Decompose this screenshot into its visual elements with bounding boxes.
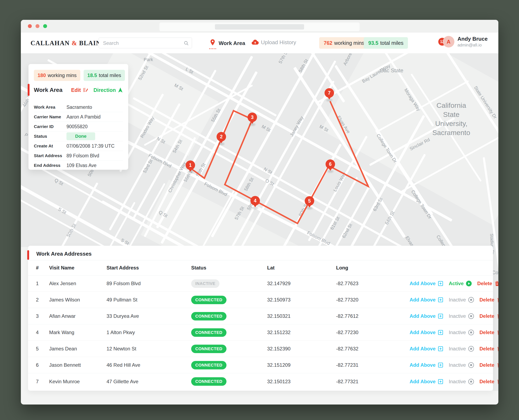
delete-button[interactable]: Delete bbox=[480, 379, 498, 384]
street-label: Park bbox=[144, 57, 153, 62]
row-number: 4 bbox=[36, 330, 49, 335]
user-menu[interactable]: 12 A Andy Bruce admin@afi.io bbox=[438, 36, 488, 47]
trash-icon bbox=[497, 330, 498, 335]
street-label: 57th St bbox=[278, 53, 289, 64]
toggle-state-button[interactable]: Inactive bbox=[449, 329, 474, 336]
row-number: 2 bbox=[36, 297, 49, 303]
card-accent-bar bbox=[28, 84, 30, 96]
app-header: CALLAHAN & BLAINE Work Area Upload Histo… bbox=[21, 33, 498, 53]
status-badge: Done bbox=[67, 132, 95, 140]
play-circle-icon bbox=[466, 280, 472, 287]
map-marker-4[interactable]: 4 bbox=[250, 196, 260, 205]
card-row-end-address: End Address109 Elvas Ave bbox=[34, 161, 123, 170]
stop-circle-icon bbox=[468, 378, 474, 385]
trash-icon bbox=[497, 313, 498, 319]
street-label: Folsom Blvd bbox=[203, 181, 228, 197]
connection-status-badge: CONNECTED bbox=[191, 345, 226, 353]
connection-status-badge: CONNECTED bbox=[191, 328, 226, 337]
map-marker-7[interactable]: 7 bbox=[325, 88, 334, 98]
street-label: Q St bbox=[54, 178, 64, 187]
card-row-status: StatusDone bbox=[34, 132, 123, 141]
delete-button[interactable]: Delete bbox=[480, 297, 498, 303]
map-marker-6[interactable]: 6 bbox=[326, 159, 335, 169]
table-row: 4Mark Wang1 Alton PkwyCONNECTED32.151232… bbox=[28, 324, 493, 341]
delete-button[interactable]: Delete bbox=[480, 313, 498, 319]
table-row: 5James Dean12 Newton StCONNECTED32.15239… bbox=[28, 341, 493, 357]
map-pin-icon bbox=[209, 39, 216, 47]
start-address: 47 Gillette Ave bbox=[106, 379, 191, 384]
add-above-button[interactable]: Add Above bbox=[410, 313, 444, 319]
connection-status-badge: CONNECTED bbox=[191, 361, 226, 369]
map-marker-5[interactable]: 5 bbox=[305, 196, 314, 206]
visit-name: Afian Anwar bbox=[49, 313, 106, 319]
connection-status-badge: INACTIVE bbox=[191, 279, 219, 288]
toggle-state-button[interactable]: Inactive bbox=[449, 378, 474, 385]
row-number: 1 bbox=[36, 281, 49, 286]
search-input[interactable] bbox=[103, 38, 182, 49]
visit-name: Mark Wang bbox=[49, 330, 106, 335]
nav-work-area[interactable]: Work Area bbox=[209, 39, 245, 47]
start-address: 89 Folsom Blvd bbox=[106, 281, 191, 286]
user-name: Andy Bruce bbox=[458, 36, 488, 42]
card-row-carrier-name: Carrier NameAaron A Pambid bbox=[34, 112, 123, 122]
card-row-work-area: Work AreaSacramento bbox=[34, 102, 123, 112]
long-value: -82.77230 bbox=[336, 330, 410, 335]
toggle-state-button[interactable]: Inactive bbox=[449, 362, 474, 368]
table-row: 1Alex Jensen89 Folsom BlvdINACTIVE32.147… bbox=[28, 276, 493, 292]
edit-label: Edit bbox=[71, 87, 81, 93]
delete-button[interactable]: Delete bbox=[480, 346, 498, 352]
table-header-row: #Visit NameStart AddressStatusLatLong bbox=[28, 260, 493, 276]
delete-button[interactable]: Delete bbox=[480, 362, 498, 368]
browser-tab[interactable] bbox=[159, 22, 360, 31]
street-label: 62nd St bbox=[341, 223, 353, 239]
toggle-state-button[interactable]: Inactive bbox=[449, 346, 474, 352]
minimize-window-button[interactable] bbox=[36, 24, 39, 28]
add-above-button[interactable]: Add Above bbox=[410, 297, 444, 303]
direction-button[interactable]: Direction bbox=[94, 87, 123, 93]
add-above-button[interactable]: Add Above bbox=[410, 362, 444, 368]
start-address: 46 Red Hill Ave bbox=[106, 362, 191, 368]
plus-square-icon bbox=[438, 379, 444, 384]
nav-upload-history[interactable]: Upload History bbox=[252, 39, 296, 46]
add-above-button[interactable]: Add Above bbox=[410, 379, 444, 384]
stop-circle-icon bbox=[468, 329, 474, 336]
street-label: Louis Way bbox=[332, 172, 347, 193]
zoom-window-button[interactable] bbox=[43, 24, 47, 28]
work-area-card: 180working mins18.5total miles Work Area… bbox=[29, 64, 128, 170]
brand-logo[interactable]: CALLAHAN & BLAINE bbox=[30, 39, 105, 47]
plus-square-icon bbox=[438, 281, 444, 286]
lat-value: 32.152390 bbox=[267, 346, 336, 352]
visit-name: James Dean bbox=[49, 346, 106, 352]
edit-icon bbox=[83, 87, 88, 93]
search-box bbox=[99, 38, 192, 48]
toggle-state-button[interactable]: Inactive bbox=[449, 297, 474, 303]
url-bar[interactable] bbox=[215, 24, 304, 30]
plus-square-icon bbox=[438, 313, 444, 319]
row-number: 7 bbox=[36, 379, 49, 384]
connection-status-badge: CONNECTED bbox=[191, 312, 226, 321]
card-row-start-address: Start Address89 Folsom Blvd bbox=[34, 151, 123, 161]
toggle-state-button[interactable]: Active bbox=[449, 280, 472, 287]
delete-button[interactable]: Delete bbox=[477, 281, 498, 286]
close-window-button[interactable] bbox=[28, 24, 32, 28]
map-label-university: CaliforniaStateUniversity,Sacramento bbox=[424, 101, 478, 137]
edit-button[interactable]: Edit bbox=[71, 87, 88, 93]
add-above-button[interactable]: Add Above bbox=[410, 330, 444, 335]
add-above-button[interactable]: Add Above bbox=[410, 281, 444, 286]
table-row: 3Afian Anwar33 Duryea AveCONNECTED32.150… bbox=[28, 308, 493, 324]
map-marker-2[interactable]: 2 bbox=[216, 132, 226, 142]
row-number: 6 bbox=[36, 362, 49, 368]
stop-circle-icon bbox=[468, 362, 474, 368]
lat-value: 32.150973 bbox=[267, 297, 336, 303]
avatar[interactable]: A bbox=[443, 36, 454, 47]
delete-button[interactable]: Delete bbox=[480, 330, 498, 335]
map-marker-1[interactable]: 1 bbox=[185, 160, 195, 170]
add-above-button[interactable]: Add Above bbox=[410, 346, 444, 352]
long-value: -82.77320 bbox=[336, 297, 410, 303]
street-label: 56th St bbox=[195, 162, 207, 178]
card-working-mins-badge: 180working mins bbox=[34, 70, 80, 81]
trash-icon bbox=[494, 281, 498, 286]
panel-title: Work Area Addresses bbox=[36, 251, 92, 257]
toggle-state-button[interactable]: Inactive bbox=[449, 313, 474, 319]
map-marker-3[interactable]: 3 bbox=[247, 112, 257, 122]
